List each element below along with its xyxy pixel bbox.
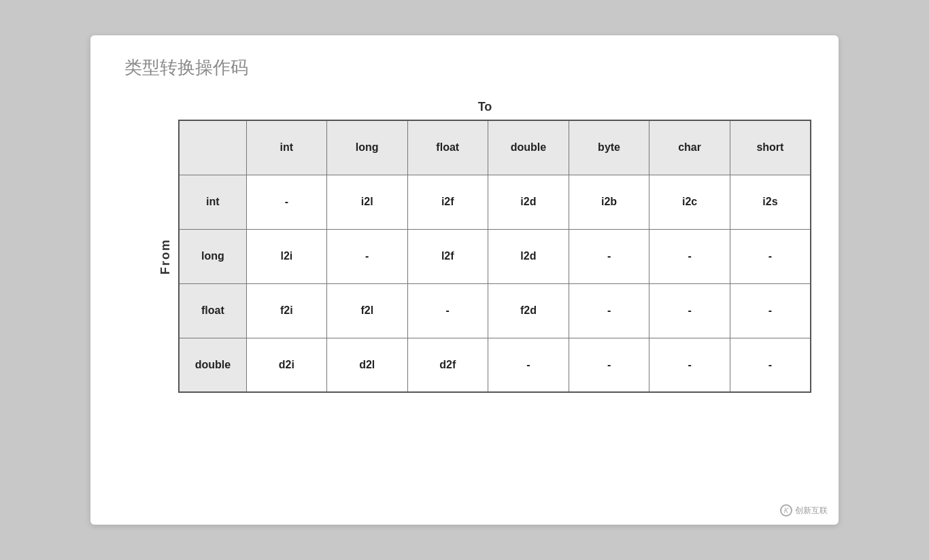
- cell: f2d: [488, 283, 569, 338]
- from-label: From: [158, 239, 173, 275]
- row-label: double: [179, 338, 246, 392]
- cell: -: [730, 338, 811, 392]
- watermark-text: 创新互联: [795, 505, 828, 517]
- cell: i2c: [649, 175, 730, 229]
- header-double: double: [488, 120, 569, 175]
- cell: -: [246, 175, 326, 229]
- table-row: longl2i-l2fl2d---: [179, 229, 811, 283]
- header-long: long: [327, 120, 408, 175]
- cell: i2s: [730, 175, 811, 229]
- cell: l2d: [488, 229, 569, 283]
- header-byte: byte: [569, 120, 649, 175]
- header-empty: [179, 120, 246, 175]
- cell: l2i: [246, 229, 326, 283]
- table-with-from: From int long float double byte char sho…: [158, 120, 811, 393]
- table-wrapper: To From int long float double byte char …: [158, 100, 811, 393]
- table-row: int-i2li2fi2di2bi2ci2s: [179, 175, 811, 229]
- cell: d2f: [407, 338, 488, 392]
- cell: -: [488, 338, 569, 392]
- row-label: float: [179, 283, 246, 338]
- cell: d2i: [246, 338, 326, 392]
- header-char: char: [649, 120, 730, 175]
- cell: l2f: [407, 229, 488, 283]
- header-float: float: [407, 120, 488, 175]
- cell: -: [407, 283, 488, 338]
- cell: i2b: [569, 175, 649, 229]
- cell: -: [730, 229, 811, 283]
- cell: i2l: [327, 175, 408, 229]
- table-row: doubled2id2ld2f----: [179, 338, 811, 392]
- cell: -: [569, 229, 649, 283]
- cell: -: [327, 229, 408, 283]
- cell: f2l: [327, 283, 408, 338]
- cell: -: [649, 229, 730, 283]
- cell: i2f: [407, 175, 488, 229]
- cell: -: [649, 283, 730, 338]
- cell: -: [649, 338, 730, 392]
- cell: f2i: [246, 283, 326, 338]
- cell: -: [569, 283, 649, 338]
- watermark: K 创新互联: [780, 504, 828, 517]
- main-card: 类型转换操作码 To From int long float double by…: [90, 35, 839, 525]
- cell: d2l: [327, 338, 408, 392]
- cell: i2d: [488, 175, 569, 229]
- watermark-icon: K: [780, 504, 792, 517]
- from-label-wrapper: From: [158, 239, 173, 275]
- cell: -: [569, 338, 649, 392]
- table-row: floatf2if2l-f2d---: [179, 283, 811, 338]
- row-label: long: [179, 229, 246, 283]
- header-short: short: [730, 120, 811, 175]
- conversion-table: int long float double byte char short in…: [178, 120, 811, 393]
- header-int: int: [246, 120, 326, 175]
- cell: -: [730, 283, 811, 338]
- page-title: 类型转换操作码: [124, 56, 811, 80]
- row-label: int: [179, 175, 246, 229]
- to-label: To: [158, 100, 811, 114]
